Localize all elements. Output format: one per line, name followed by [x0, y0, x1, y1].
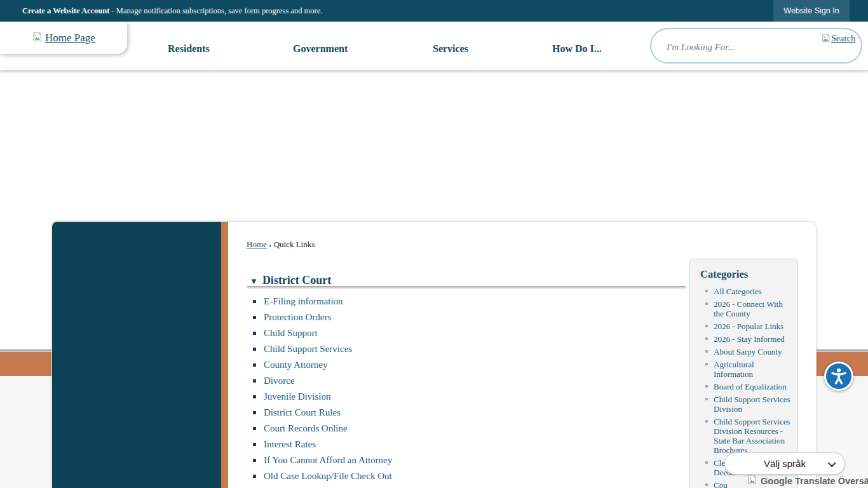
list-item: Child Support Services Division Resource… — [704, 417, 792, 455]
section-header[interactable]: ▼District Court — [250, 274, 331, 287]
list-item: All Categories — [704, 287, 792, 296]
nav-government[interactable]: Government — [293, 43, 348, 55]
quick-link[interactable]: Juvenile Division — [264, 391, 330, 402]
list-item: 2026 - Connect With the County — [704, 299, 792, 318]
list-item: Board of Equalization — [704, 382, 792, 391]
accessibility-widget-button[interactable] — [824, 362, 853, 391]
quick-link[interactable]: Court Records Online — [264, 423, 348, 433]
quick-link[interactable]: Interest Rates — [264, 439, 316, 449]
home-page-link[interactable]: Home Page — [45, 32, 95, 44]
account-message[interactable]: Create a Website Account - Manage notifi… — [22, 0, 322, 22]
quick-link[interactable]: Old Case Lookup/File Check Out — [264, 471, 392, 481]
broken-image-icon — [747, 474, 758, 487]
list-item: Divorce — [253, 376, 392, 386]
section-title: District Court — [262, 274, 331, 287]
category-link[interactable]: All Categories — [714, 287, 761, 296]
list-item: Child Support Services — [253, 344, 392, 355]
list-item: 2026 - Popular Links — [704, 322, 792, 331]
chevron-down-icon — [828, 459, 836, 467]
list-item: Interest Rates — [253, 439, 392, 450]
orange-accent-bar — [221, 222, 228, 488]
quick-link[interactable]: E-Filing information — [264, 296, 343, 306]
list-item: Agricultural Information — [704, 360, 792, 379]
list-item: Juvenile Division — [253, 391, 392, 402]
broken-image-icon — [32, 31, 43, 45]
accessibility-icon — [829, 367, 848, 386]
list-item: Child Support Services Division — [704, 395, 792, 414]
google-translate-attribution[interactable]: Google Translate Översätt — [747, 474, 868, 487]
list-item: District Court Rules — [253, 407, 392, 418]
category-link[interactable]: Board of Equalization — [714, 382, 787, 391]
quick-link[interactable]: County Attorney — [264, 360, 327, 370]
nav-services[interactable]: Services — [433, 43, 468, 55]
top-utility-bar: Create a Website Account - Manage notifi… — [0, 0, 868, 22]
list-item: County Attorney — [253, 360, 392, 370]
search-button[interactable]: Search — [820, 32, 857, 45]
category-link[interactable]: Child Support Services Division Resource… — [714, 417, 790, 455]
google-translate-logo-alt: Google Translate — [761, 476, 836, 486]
breadcrumb-current: Quick Links — [274, 240, 315, 249]
section-divider — [247, 286, 686, 288]
website-sign-in-button[interactable]: Website Sign In — [773, 0, 850, 22]
quick-link[interactable]: Child Support Services — [264, 344, 352, 354]
account-message-rest: - Manage notification subscriptions, sav… — [109, 6, 322, 15]
nav-how-do-i[interactable]: How Do I... — [552, 43, 602, 55]
left-feature-panel — [52, 222, 221, 488]
quick-link[interactable]: Child Support — [264, 328, 318, 338]
list-item: E-Filing information — [253, 296, 392, 307]
home-logo[interactable]: Home Page — [0, 22, 127, 54]
broken-image-icon — [821, 32, 831, 45]
language-selector-label: Välj språk — [764, 458, 806, 469]
nav-residents[interactable]: Residents — [168, 43, 210, 55]
list-item: About Sarpy County — [704, 347, 792, 356]
category-link[interactable]: Agricultural Information — [714, 360, 754, 379]
list-item: If You Cannot Afford an Attorney — [253, 455, 392, 466]
list-item: Child Support — [253, 328, 392, 339]
site-search: Search — [650, 28, 862, 64]
quick-link[interactable]: District Court Rules — [264, 407, 341, 417]
category-link[interactable]: Child Support Services Division — [714, 395, 790, 414]
category-link[interactable]: 2026 - Connect With the County — [714, 299, 783, 318]
search-button-label: Search — [831, 34, 855, 43]
quick-link[interactable]: Protection Orders — [264, 312, 331, 322]
breadcrumb-separator: › — [269, 240, 271, 249]
category-link[interactable]: 2026 - Popular Links — [714, 322, 783, 331]
quick-link[interactable]: Divorce — [264, 376, 294, 386]
list-item: Court Records Online — [253, 423, 392, 434]
category-link[interactable]: Cou — [714, 480, 728, 488]
category-link[interactable]: 2026 - Stay Informed — [714, 334, 785, 344]
list-item: Protection Orders — [253, 312, 392, 323]
content-panel: Home › Quick Links ▼District Court E-Fil… — [51, 221, 817, 488]
list-item: 2026 - Stay Informed — [704, 334, 792, 344]
quick-link[interactable]: If You Cannot Afford an Attorney — [264, 455, 392, 465]
account-message-bold: Create a Website Account — [22, 6, 109, 15]
translate-action-label: Översätt — [838, 476, 868, 486]
collapse-arrow-icon[interactable]: ▼ — [250, 276, 258, 286]
breadcrumb-home-link[interactable]: Home — [247, 240, 267, 249]
list-item: Old Case Lookup/File Check Out — [253, 471, 392, 482]
quick-links-list: E-Filing information Protection Orders C… — [253, 296, 392, 487]
categories-title: Categories — [700, 268, 792, 281]
language-selector[interactable]: Välj språk — [724, 452, 845, 475]
search-input[interactable] — [667, 37, 803, 57]
category-link[interactable]: About Sarpy County — [714, 347, 782, 356]
breadcrumb: Home › Quick Links — [247, 240, 315, 250]
